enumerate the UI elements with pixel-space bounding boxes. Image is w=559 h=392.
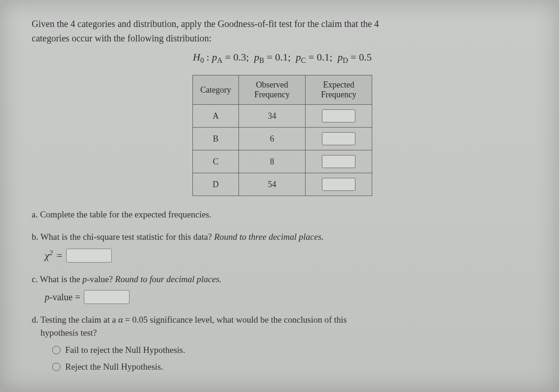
question-c-text2: -value? bbox=[87, 274, 115, 284]
cell-cat-c: C bbox=[193, 150, 239, 173]
radio-option-reject[interactable]: Reject the Null Hypothesis. bbox=[52, 360, 533, 373]
question-b-text: b. What is the chi-square test statistic… bbox=[32, 232, 214, 242]
cell-exp-a bbox=[305, 105, 372, 128]
th-category: Category bbox=[193, 75, 239, 105]
cell-exp-d bbox=[305, 173, 372, 196]
radio-icon bbox=[52, 363, 61, 371]
question-d-alpha: α = 0.05 bbox=[118, 315, 148, 324]
pB-sym: p bbox=[254, 51, 259, 63]
frequency-table: Category Observed Frequency Expected Fre… bbox=[192, 75, 372, 196]
pD-val: 0.5 bbox=[359, 51, 372, 63]
cell-obs-d: 54 bbox=[239, 173, 305, 196]
pC-val: 0.1 bbox=[317, 51, 330, 63]
question-c-text1: c. What is the bbox=[32, 274, 82, 284]
expected-input-c[interactable] bbox=[322, 155, 355, 168]
expected-input-a[interactable] bbox=[322, 109, 355, 122]
pD-sym: p bbox=[338, 51, 343, 63]
question-a: a. Complete the table for the expected f… bbox=[32, 208, 533, 221]
th-observed-label: Observed Frequency bbox=[246, 80, 298, 100]
cell-obs-a: 34 bbox=[239, 105, 305, 128]
cell-cat-d: D bbox=[193, 173, 239, 196]
question-d: d. Testing the claim at a α = 0.05 signi… bbox=[32, 313, 533, 373]
cell-obs-c: 8 bbox=[239, 150, 305, 173]
H-sub: 0 bbox=[200, 56, 204, 64]
H-symbol: H bbox=[193, 51, 200, 63]
pA-sub: A bbox=[217, 56, 222, 64]
cell-exp-c bbox=[305, 150, 372, 173]
expected-input-b[interactable] bbox=[322, 132, 355, 145]
question-d-text1: d. Testing the claim at a bbox=[32, 315, 118, 324]
th-observed: Observed Frequency bbox=[239, 75, 305, 105]
table-row: D 54 bbox=[193, 173, 372, 196]
pvalue-line: p-value = bbox=[45, 290, 533, 304]
question-b-italic: Round to three decimal places. bbox=[214, 232, 324, 242]
radio-label-fail: Fail to reject the Null Hypothesis. bbox=[65, 344, 185, 357]
cell-cat-b: B bbox=[193, 128, 239, 150]
chi-symbol: χ bbox=[45, 250, 49, 262]
question-b: b. What is the chi-square test statistic… bbox=[32, 230, 533, 264]
question-d-text3: hypothesis test? bbox=[41, 328, 97, 338]
radio-label-reject: Reject the Null Hypothesis. bbox=[65, 360, 163, 373]
cell-exp-b bbox=[305, 128, 372, 150]
radio-option-fail[interactable]: Fail to reject the Null Hypothesis. bbox=[52, 344, 533, 357]
th-expected: Expected Frequency bbox=[305, 75, 372, 105]
question-c-round: Round to four decimal places. bbox=[115, 274, 222, 284]
question-d-text2: significance level, what would be the co… bbox=[148, 315, 347, 324]
pD-sub: D bbox=[343, 56, 348, 64]
table-row: A 34 bbox=[193, 105, 372, 128]
chi-square-input[interactable] bbox=[66, 249, 112, 263]
pA-sym: p bbox=[212, 51, 217, 63]
question-c-p: p bbox=[82, 274, 87, 284]
table-row: C 8 bbox=[193, 150, 372, 173]
pval-rest: -value = bbox=[49, 292, 80, 302]
intro-line1: Given the 4 categories and distribution,… bbox=[32, 19, 379, 29]
th-expected-label: Expected Frequency bbox=[313, 80, 364, 100]
question-a-text: a. Complete the table for the expected f… bbox=[32, 210, 211, 219]
chi-sup: 2 bbox=[49, 249, 53, 257]
pval-p: p bbox=[45, 292, 49, 302]
pB-val: 0.1 bbox=[275, 51, 288, 63]
equals-sign: = bbox=[56, 248, 62, 263]
radio-icon bbox=[52, 346, 61, 354]
intro-text: Given the 4 categories and distribution,… bbox=[32, 17, 533, 46]
pC-sub: C bbox=[301, 56, 306, 64]
expected-input-d[interactable] bbox=[322, 178, 355, 191]
pvalue-input[interactable] bbox=[84, 290, 130, 304]
cell-cat-a: A bbox=[193, 105, 239, 128]
cell-obs-b: 6 bbox=[239, 128, 305, 150]
null-hypothesis: H0 : pA = 0.3; pB = 0.1; pC = 0.1; pD = … bbox=[32, 51, 533, 65]
radio-group: Fail to reject the Null Hypothesis. Reje… bbox=[52, 344, 533, 373]
question-c: c. What is the p-value? Round to four de… bbox=[32, 273, 533, 304]
table-row: B 6 bbox=[193, 128, 372, 150]
pC-sym: p bbox=[296, 51, 301, 63]
intro-line2: categories occur with the following dist… bbox=[32, 33, 211, 43]
chi-square-line: χ2 = bbox=[45, 248, 533, 263]
pA-val: 0.3 bbox=[233, 51, 246, 63]
pB-sub: B bbox=[259, 56, 264, 64]
